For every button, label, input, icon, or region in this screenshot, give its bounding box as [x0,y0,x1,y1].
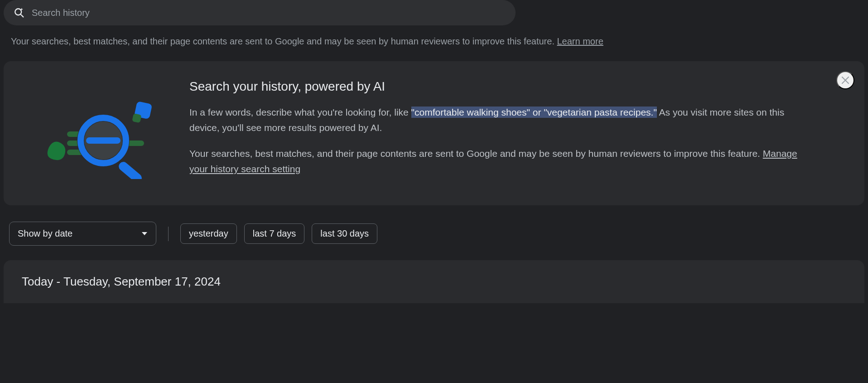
ai-para2-lead: Your searches, best matches, and their p… [189,148,763,159]
ai-illustration [22,79,176,179]
date-heading-today: Today - Tuesday, September 17, 2024 [22,275,846,289]
chip-last-30-days[interactable]: last 30 days [312,223,377,244]
svg-line-1 [21,15,24,17]
ai-card-paragraph-1: In a few words, describe what you're loo… [189,105,810,135]
close-icon [840,75,851,86]
ai-card-content: Search your history, powered by AI In a … [176,79,846,187]
search-bar[interactable] [4,0,516,25]
filter-row: Show by date yesterday last 7 days last … [0,211,868,260]
chip-last-7-days[interactable]: last 7 days [244,223,305,244]
ai-card-title: Search your history, powered by AI [189,79,810,94]
history-date-section: Today - Tuesday, September 17, 2024 [4,260,864,303]
ai-example-highlight: "comfortable walking shoes" or "vegetari… [411,107,657,118]
dropdown-triangle-icon [141,232,148,236]
close-button[interactable] [836,71,854,89]
search-input[interactable] [32,8,506,18]
ai-card-paragraph-2: Your searches, best matches, and their p… [189,146,810,176]
svg-rect-11 [117,160,144,179]
learn-more-link[interactable]: Learn more [557,36,603,46]
show-by-date-label: Show by date [18,228,72,239]
chip-yesterday[interactable]: yesterday [180,223,237,244]
show-by-date-dropdown[interactable]: Show by date [9,222,156,246]
ai-search-icon [13,6,25,19]
disclaimer-text: Your searches, best matches, and their p… [0,29,868,56]
disclaimer-body: Your searches, best matches, and their p… [11,36,557,46]
filter-divider [168,227,169,241]
svg-rect-10 [86,137,121,144]
ai-info-card: Search your history, powered by AI In a … [4,61,864,205]
ai-para1-lead: In a few words, describe what you're loo… [189,107,411,117]
